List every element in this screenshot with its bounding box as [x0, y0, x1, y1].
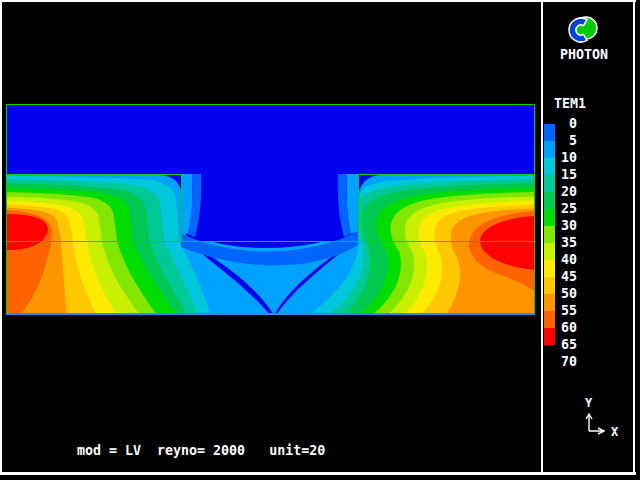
legend-tick-label: 50	[527, 287, 577, 301]
contour-plot	[6, 104, 535, 315]
legend-tick-label: 15	[527, 168, 577, 182]
legend-tick-label: 10	[527, 151, 577, 165]
legend-tick-label: 45	[527, 270, 577, 284]
status-text: mod = LV reyno= 2000 unit=20	[77, 443, 325, 458]
window-border-right	[633, 0, 635, 475]
window-border-left	[0, 0, 2, 475]
contour-middle-tongue	[181, 174, 358, 248]
legend-tick-label: 35	[527, 236, 577, 250]
legend-tick-label: 55	[527, 304, 577, 318]
legend-tick-label: 70	[527, 355, 577, 369]
legend-tick-label: 60	[527, 321, 577, 335]
legend-tick-label: 0	[527, 117, 577, 131]
axis-indicator: Y X	[578, 394, 628, 440]
legend-tick-labels: 0510152025303540455055606570	[527, 0, 577, 480]
x-axis-label: X	[611, 425, 619, 439]
legend-tick-label: 20	[527, 185, 577, 199]
legend-tick-label: 5	[527, 134, 577, 148]
y-axis-label: Y	[585, 396, 593, 410]
axis-arrows-icon	[586, 414, 604, 434]
legend-tick-label: 25	[527, 202, 577, 216]
legend-tick-label: 30	[527, 219, 577, 233]
legend-tick-label: 65	[527, 338, 577, 352]
legend-tick-label: 40	[527, 253, 577, 267]
